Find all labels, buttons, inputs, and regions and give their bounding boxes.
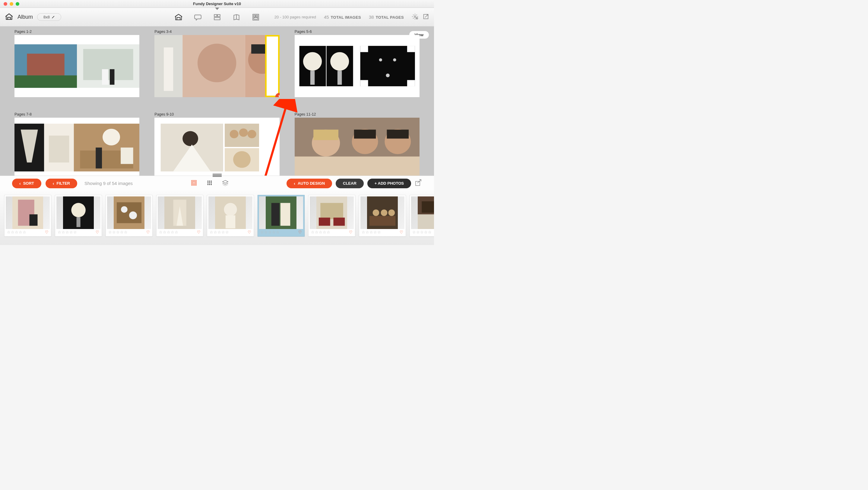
chevron-left-icon: ‹ bbox=[53, 181, 54, 186]
pencil-icon bbox=[52, 16, 55, 19]
maximize-window-icon[interactable] bbox=[16, 2, 19, 6]
thumb-image bbox=[6, 196, 50, 229]
spreads-canvas[interactable]: View Pages 1-2 Pages 3-4 bbox=[0, 27, 434, 176]
app-logo-icon[interactable] bbox=[5, 12, 13, 22]
spread-image-placeholder bbox=[294, 35, 420, 97]
grid-view-icon[interactable] bbox=[191, 180, 197, 187]
thumb-image bbox=[411, 196, 434, 229]
window-controls bbox=[0, 2, 19, 6]
svg-rect-6 bbox=[254, 18, 257, 19]
spread-9-10[interactable]: Pages 9-10 bbox=[154, 112, 279, 176]
chevron-left-icon: ‹ bbox=[294, 181, 295, 186]
star-rating[interactable]: ☆☆☆☆☆ bbox=[362, 230, 381, 235]
svg-rect-81 bbox=[76, 217, 81, 227]
add-photos-button[interactable]: + ADD PHOTOS bbox=[367, 179, 411, 188]
spread-11-12[interactable]: Pages 11-12 bbox=[294, 112, 420, 176]
star-rating[interactable]: ☆☆☆☆☆ bbox=[159, 230, 179, 235]
thumb-image bbox=[310, 196, 354, 229]
heart-icon[interactable]: ♡ bbox=[146, 230, 150, 235]
image-grid-icon[interactable] bbox=[252, 13, 260, 21]
filmstrip-thumb[interactable]: ☆☆☆☆☆ ♡ bbox=[55, 195, 102, 237]
svg-point-89 bbox=[224, 203, 237, 216]
heart-icon[interactable]: ♡ bbox=[248, 230, 251, 235]
external-link-icon[interactable] bbox=[423, 13, 429, 21]
auto-design-label: AUTO DESIGN bbox=[298, 181, 325, 186]
filter-button[interactable]: ‹FILTER bbox=[45, 179, 77, 188]
filmstrip[interactable]: ☆☆☆☆☆ ♡ ☆☆☆☆☆ ♡ ☆☆☆☆☆ ♡ ☆☆☆☆☆ ♡ ☆☆☆☆☆ bbox=[0, 191, 434, 245]
album-size-value: 8x8 bbox=[43, 15, 50, 19]
clear-button[interactable]: CLEAR bbox=[336, 179, 364, 188]
svg-point-70 bbox=[209, 182, 210, 183]
star-rating[interactable]: ☆☆☆☆☆ bbox=[108, 230, 128, 235]
close-window-icon[interactable] bbox=[4, 2, 7, 6]
heart-icon[interactable]: ♡ bbox=[298, 230, 302, 235]
filmstrip-thumb[interactable]: ☆☆☆☆☆ ♡ bbox=[409, 195, 434, 237]
thumb-image bbox=[361, 196, 404, 229]
filmstrip-thumb[interactable]: ☆☆☆☆☆ ♡ bbox=[308, 195, 355, 237]
spread-7-8[interactable]: Pages 7-8 bbox=[14, 112, 140, 176]
sort-button[interactable]: ‹SORT bbox=[12, 179, 41, 188]
filmstrip-thumb[interactable]: ☆☆☆☆☆ ♡ bbox=[105, 195, 153, 237]
svg-rect-78 bbox=[29, 214, 37, 226]
svg-point-28 bbox=[330, 52, 349, 71]
chevron-left-icon: ‹ bbox=[19, 181, 21, 186]
svg-point-53 bbox=[233, 151, 251, 168]
svg-rect-61 bbox=[294, 157, 420, 176]
thumb-image bbox=[208, 196, 252, 229]
book-icon[interactable] bbox=[232, 13, 240, 21]
gear-icon[interactable] bbox=[412, 13, 418, 21]
titlebar: Fundy Designer Suite v10 bbox=[0, 0, 434, 8]
heart-icon[interactable]: ♡ bbox=[400, 230, 403, 235]
filmstrip-thumb[interactable]: ☆☆☆☆☆ ♡ bbox=[257, 195, 305, 237]
spread-5-6[interactable]: Pages 5-6 bbox=[294, 30, 420, 97]
filmstrip-thumb[interactable]: ☆☆☆☆☆ ♡ bbox=[156, 195, 203, 237]
svg-rect-29 bbox=[338, 71, 342, 85]
sort-label: SORT bbox=[23, 181, 34, 186]
panel-resize-handle[interactable] bbox=[213, 174, 222, 177]
heart-icon[interactable]: ♡ bbox=[349, 230, 352, 235]
star-rating[interactable]: ☆☆☆☆☆ bbox=[412, 230, 432, 235]
svg-rect-96 bbox=[319, 218, 330, 226]
filmstrip-thumb[interactable]: ☆☆☆☆☆ ♡ bbox=[4, 195, 51, 237]
spread-label: Pages 5-6 bbox=[294, 30, 420, 34]
heart-icon[interactable]: ♡ bbox=[45, 230, 49, 235]
module-album-icon[interactable] bbox=[175, 13, 183, 21]
minimize-window-icon[interactable] bbox=[10, 2, 13, 6]
svg-rect-45 bbox=[121, 148, 133, 164]
thumb-image bbox=[107, 196, 151, 229]
auto-design-button[interactable]: ‹AUTO DESIGN bbox=[286, 179, 332, 188]
filter-label: FILTER bbox=[56, 181, 70, 186]
svg-point-25 bbox=[303, 52, 322, 71]
album-size-button[interactable]: 8x8 bbox=[37, 13, 61, 21]
star-rating[interactable]: ☆☆☆☆☆ bbox=[58, 230, 77, 235]
drop-target-highlight[interactable] bbox=[265, 35, 280, 97]
spread-label: Pages 1-2 bbox=[14, 30, 140, 34]
heart-icon[interactable]: ♡ bbox=[197, 230, 200, 235]
total-images-label: TOTAL IMAGES bbox=[331, 15, 361, 20]
svg-point-84 bbox=[121, 206, 128, 213]
spread-image-placeholder bbox=[154, 118, 279, 176]
svg-point-36 bbox=[393, 58, 396, 61]
dots-view-icon[interactable] bbox=[206, 180, 213, 187]
thumb-image bbox=[259, 196, 303, 229]
svg-rect-95 bbox=[320, 203, 343, 219]
star-rating[interactable]: ☆☆☆☆☆ bbox=[260, 230, 280, 235]
svg-point-74 bbox=[211, 184, 212, 185]
filmstrip-thumb[interactable]: ☆☆☆☆☆ ♡ bbox=[207, 195, 254, 237]
svg-point-73 bbox=[209, 184, 210, 185]
action-bar: ‹SORT ‹FILTER Showing 9 of 54 images ‹AU… bbox=[0, 176, 434, 191]
svg-rect-18 bbox=[164, 48, 173, 91]
speech-bubble-icon[interactable] bbox=[194, 13, 202, 21]
spread-label: Pages 7-8 bbox=[14, 112, 140, 117]
filmstrip-thumb[interactable]: ☆☆☆☆☆ ♡ bbox=[359, 195, 406, 237]
layers-icon[interactable] bbox=[222, 180, 228, 187]
layout-icon[interactable] bbox=[213, 13, 221, 21]
spread-3-4[interactable]: Pages 3-4 1 bbox=[154, 30, 279, 97]
star-rating[interactable]: ☆☆☆☆☆ bbox=[7, 230, 27, 235]
heart-icon[interactable]: ♡ bbox=[96, 230, 99, 235]
svg-rect-64 bbox=[192, 181, 196, 184]
star-rating[interactable]: ☆☆☆☆☆ bbox=[311, 230, 331, 235]
star-rating[interactable]: ☆☆☆☆☆ bbox=[210, 230, 229, 235]
spread-1-2[interactable]: Pages 1-2 bbox=[14, 30, 140, 97]
export-icon[interactable] bbox=[415, 179, 422, 188]
